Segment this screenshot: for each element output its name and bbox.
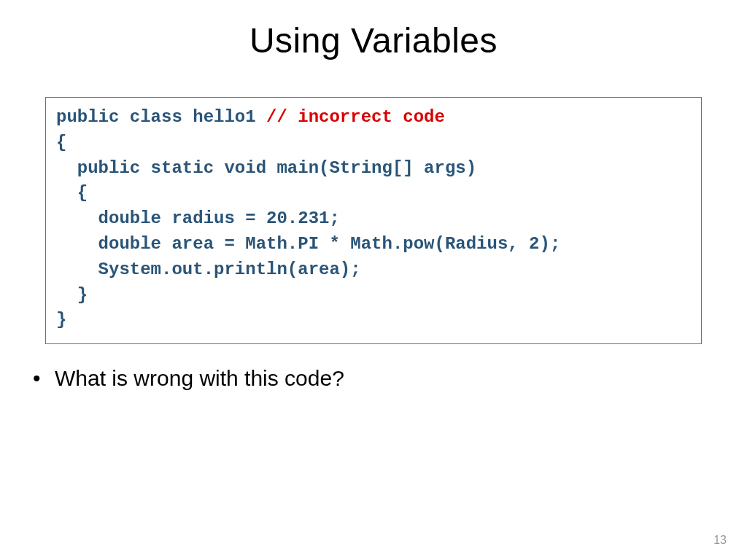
page-number: 13	[713, 534, 727, 547]
code-comment: // incorrect code	[266, 107, 445, 127]
code-line-3: public static void main(String[] args)	[56, 158, 476, 178]
code-line-6: double area = Math.PI * Math.pow(Radius,…	[56, 234, 560, 254]
code-line-7: System.out.println(area);	[56, 260, 361, 279]
slide-title: Using Variables	[0, 0, 747, 75]
code-block: public class hello1 // incorrect code { …	[45, 97, 702, 344]
code-line-9: }	[56, 310, 66, 330]
code-line-1a: public class hello1	[56, 107, 266, 127]
code-line-4: {	[56, 183, 88, 203]
bullet-item: What is wrong with this code?	[55, 366, 711, 391]
code-line-8: }	[56, 285, 88, 305]
code-line-5: double radius = 20.231;	[56, 209, 340, 228]
code-line-2: {	[56, 133, 66, 152]
slide: Using Variables public class hello1 // i…	[0, 0, 747, 560]
bullet-list: What is wrong with this code?	[55, 366, 711, 391]
